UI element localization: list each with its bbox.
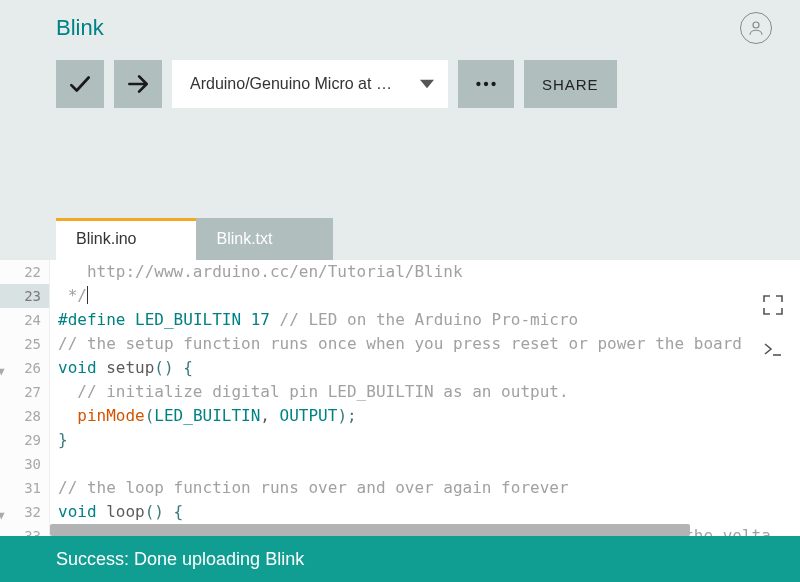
code-line[interactable]: void loop() { <box>58 500 800 524</box>
line-number: 26▼ <box>0 356 49 380</box>
terminal-icon <box>761 337 785 361</box>
line-number: 32▼ <box>0 500 49 524</box>
chevron-down-icon <box>420 77 434 91</box>
code-line[interactable]: // initialize digital pin LED_BUILTIN as… <box>58 380 800 404</box>
svg-point-2 <box>476 82 480 86</box>
tab-blink-ino[interactable]: Blink.ino <box>56 218 196 260</box>
line-number: 24 <box>0 308 49 332</box>
toolbar: Arduino/Genuino Micro at … SHARE <box>56 60 772 108</box>
svg-point-3 <box>484 82 488 86</box>
line-number: 31 <box>0 476 49 500</box>
code-line[interactable]: // the setup function runs once when you… <box>58 332 800 356</box>
dots-icon <box>473 71 499 97</box>
code-line[interactable]: void setup() { <box>58 356 800 380</box>
sketch-title: Blink <box>56 15 104 41</box>
expand-icon <box>761 293 785 317</box>
line-number: 23 <box>0 284 49 308</box>
upload-button[interactable] <box>114 60 162 108</box>
user-icon <box>747 19 765 37</box>
tab-blink-txt[interactable]: Blink.txt <box>196 218 332 260</box>
code-line[interactable] <box>58 452 800 476</box>
code-editor[interactable]: 2223242526▼272829303132▼3334353637 http:… <box>0 260 800 536</box>
editor-area: Blink.inoBlink.txt 2223242526▼2728293031… <box>0 180 800 536</box>
line-number: 25 <box>0 332 49 356</box>
horizontal-scrollbar[interactable] <box>50 524 794 536</box>
board-select[interactable]: Arduino/Genuino Micro at … <box>172 60 448 108</box>
code-line[interactable]: pinMode(LED_BUILTIN, OUTPUT); <box>58 404 800 428</box>
line-gutter: 2223242526▼272829303132▼3334353637 <box>0 260 50 536</box>
code-line[interactable]: } <box>58 428 800 452</box>
board-select-label: Arduino/Genuino Micro at … <box>190 75 392 93</box>
code-line[interactable]: */ <box>58 284 800 308</box>
arrow-right-icon <box>125 71 151 97</box>
share-button[interactable]: SHARE <box>524 60 617 108</box>
editor-side-icons <box>760 292 786 362</box>
code-line[interactable]: // the loop function runs over and over … <box>58 476 800 500</box>
header: Blink Arduino/Genuino Micro at … SHARE <box>0 0 800 108</box>
code-content[interactable]: http://www.arduino.cc/en/Tutorial/Blink … <box>50 260 800 536</box>
text-caret <box>87 286 88 304</box>
verify-button[interactable] <box>56 60 104 108</box>
more-button[interactable] <box>458 60 514 108</box>
line-number: 29 <box>0 428 49 452</box>
fullscreen-button[interactable] <box>760 292 786 318</box>
line-number: 33 <box>0 524 49 536</box>
line-number: 30 <box>0 452 49 476</box>
line-number: 27 <box>0 380 49 404</box>
horizontal-scrollbar-thumb[interactable] <box>50 524 690 536</box>
svg-point-0 <box>753 22 759 28</box>
status-bar: Success: Done uploading Blink <box>0 536 800 582</box>
tab-bar: Blink.inoBlink.txt <box>56 218 800 260</box>
code-line[interactable]: #define LED_BUILTIN 17 // LED on the Ard… <box>58 308 800 332</box>
account-button[interactable] <box>740 12 772 44</box>
svg-point-4 <box>491 82 495 86</box>
line-number: 22 <box>0 260 49 284</box>
status-text: Success: Done uploading Blink <box>56 549 304 570</box>
line-number: 28 <box>0 404 49 428</box>
serial-monitor-button[interactable] <box>760 336 786 362</box>
check-icon <box>67 71 93 97</box>
code-line[interactable]: http://www.arduino.cc/en/Tutorial/Blink <box>58 260 800 284</box>
